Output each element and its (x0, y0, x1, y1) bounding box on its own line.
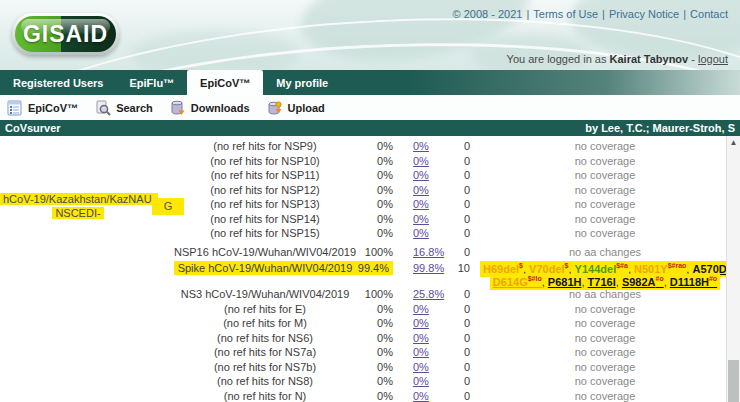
header-link-contact[interactable]: Contact (690, 8, 728, 20)
search-icon (95, 100, 111, 116)
protein-name-text: (no ref hits for NS7b) (214, 361, 316, 373)
query-label-line2: NSCEDI- (52, 207, 103, 219)
results-table: (no ref hits for NSP9) 0% 0% 0 no covera… (0, 139, 726, 402)
tab-registered-users[interactable]: Registered Users (0, 70, 117, 95)
toolbar-item-upload[interactable]: Upload (267, 100, 325, 116)
coverage-note: no aa changes (480, 287, 730, 302)
table-row: (no ref hits for NS7a) 0% 0% 0 no covera… (0, 345, 726, 360)
coverage-note: no coverage (480, 345, 730, 360)
mutation-count: 0 (440, 389, 470, 402)
gisaid-logo-capsule: GISAID (15, 16, 116, 52)
table-row: (no ref hits for NS7b) 0% 0% 0 no covera… (0, 360, 726, 375)
link-separator: | (679, 8, 690, 20)
scroll-up-arrow-icon[interactable]: ▲ (727, 136, 740, 150)
table-row: NSP16 hCoV-19/Wuhan/WIV04/2019 100% 16.8… (0, 245, 726, 260)
mutation-count: 0 (440, 212, 470, 227)
identity-percent: 0% (340, 360, 393, 375)
table-row: (no ref hits for NSP9) 0% 0% 0 no covera… (0, 139, 726, 154)
identity-percent: 0% (340, 183, 393, 198)
protein-name-text: (no ref hits for N) (224, 390, 307, 402)
protein-name-text: (no ref hits for NS6) (217, 332, 313, 344)
link-separator: | (522, 8, 533, 20)
coverage-note: no coverage (480, 302, 730, 317)
table-row: (no ref hits for E) 0% 0% 0 no coverage (0, 302, 726, 317)
protein-name-text: (no ref hits for NS8) (217, 375, 313, 387)
protein-name-text: (no ref hits for NSP12) (210, 184, 319, 196)
mutation-count: 0 (440, 302, 470, 317)
identity-percent: 0% (340, 154, 393, 169)
toolbar-item-downloads[interactable]: Downloads (170, 100, 250, 116)
coverage-note: H69del$, V70del$, Y144del$#a, N501Y$#rao… (480, 261, 730, 287)
mutation-count: 0 (440, 287, 470, 302)
gisaid-covsurver-window: GISAID © 2008 - 2021|Terms of Use|Privac… (0, 0, 740, 402)
toolbar-item-epicov[interactable]: EpiCoV™ (7, 100, 78, 116)
tab-my-profile[interactable]: My profile (263, 70, 341, 95)
mutation-count: 0 (440, 154, 470, 169)
login-separator: - (691, 53, 695, 65)
tab-epiflu[interactable]: EpiFlu™ (117, 70, 188, 95)
identity-percent-text: 0% (377, 227, 393, 239)
mutation-count: 0 (440, 345, 470, 360)
identity-percent: 0% (340, 226, 393, 241)
coverage-note: no aa changes (480, 245, 730, 260)
scrollbar-thumb[interactable] (728, 360, 739, 402)
identity-percent: 0% (340, 197, 393, 212)
identity-percent: 0% (340, 389, 393, 402)
query-label-line1: hCoV-19/Kazakhstan/KazNAU- (0, 193, 158, 205)
copyright-text: © 2008 - 2021 (453, 8, 523, 20)
header-link-terms-of-use[interactable]: Terms of Use (533, 8, 598, 20)
identity-percent-text: 0% (377, 390, 393, 402)
nav-tab-label: EpiFlu™ (130, 77, 175, 89)
identity-percent-text: 100% (365, 288, 393, 300)
toolbar-item-label: Upload (288, 102, 325, 114)
user-name: Kairat Tabynov (610, 53, 689, 65)
identity-percent: 100% (340, 287, 393, 302)
tab-epicov[interactable]: EpiCoV™ (187, 70, 263, 95)
gisaid-logo[interactable]: GISAID (12, 13, 119, 55)
mutation-count: 0 (440, 139, 470, 154)
identity-percent-text: 0% (377, 213, 393, 225)
protein-name-text: Spike hCoV-19/Wuhan/WIV04/2019 (174, 261, 357, 275)
mutation-count: 0 (440, 316, 470, 331)
mutation-count: 0 (440, 245, 470, 260)
mutation-count: 10 (440, 260, 470, 287)
toolbar-item-label: Downloads (191, 102, 250, 114)
identity-percent-text: 100% (365, 246, 393, 258)
identity-percent: 0% (340, 168, 393, 183)
identity-percent-text: 0% (377, 361, 393, 373)
protein-name-text: (no ref hits for NSP15) (210, 227, 319, 239)
table-row: (no ref hits for M) 0% 0% 0 no coverage (0, 316, 726, 331)
mutation-count: 0 (440, 226, 470, 241)
link-separator: | (598, 8, 609, 20)
nav-tab-label: Registered Users (13, 77, 104, 89)
identity-percent-text: 0% (377, 155, 393, 167)
nav-tab-label: My profile (276, 77, 328, 89)
protein-name-text: (no ref hits for E) (224, 303, 306, 315)
coverage-note: no coverage (480, 139, 730, 154)
mutation-count: 0 (440, 168, 470, 183)
page-title: CoVsurver (5, 120, 61, 136)
identity-percent: 100% (340, 245, 393, 260)
toolbar-item-search[interactable]: Search (95, 100, 153, 116)
identity-percent: 0% (340, 331, 393, 346)
logout-link[interactable]: logout (698, 53, 728, 65)
identity-percent-text: 0% (377, 184, 393, 196)
protein-name-text: (no ref hits for NSP14) (210, 213, 319, 225)
main-nav: Registered Users EpiFlu™ EpiCoV™ My prof… (0, 70, 740, 95)
protein-name-text: (no ref hits for NSP13) (210, 198, 319, 210)
header-link-privacy-notice[interactable]: Privacy Notice (609, 8, 679, 20)
identity-percent: 0% (340, 212, 393, 227)
table-row: (no ref hits for NS6) 0% 0% 0 no coverag… (0, 331, 726, 346)
vertical-scrollbar[interactable]: ▲ (726, 136, 740, 402)
identity-percent: 99.4% (340, 260, 393, 287)
table-row: (no ref hits for NSP15) 0% 0% 0 no cover… (0, 226, 726, 241)
header-links: © 2008 - 2021|Terms of Use|Privacy Notic… (453, 8, 728, 20)
mutation-count: 0 (440, 183, 470, 198)
table-row: NS3 hCoV-19/Wuhan/WIV04/2019 100% 25.8% … (0, 287, 726, 302)
coverage-note: no coverage (480, 316, 730, 331)
mutation-count: 0 (440, 360, 470, 375)
identity-percent-text: 0% (377, 140, 393, 152)
toolbar: EpiCoV™ Search Downloads Upload (0, 95, 740, 120)
database-download-icon (170, 100, 186, 116)
coverage-note: no coverage (480, 154, 730, 169)
